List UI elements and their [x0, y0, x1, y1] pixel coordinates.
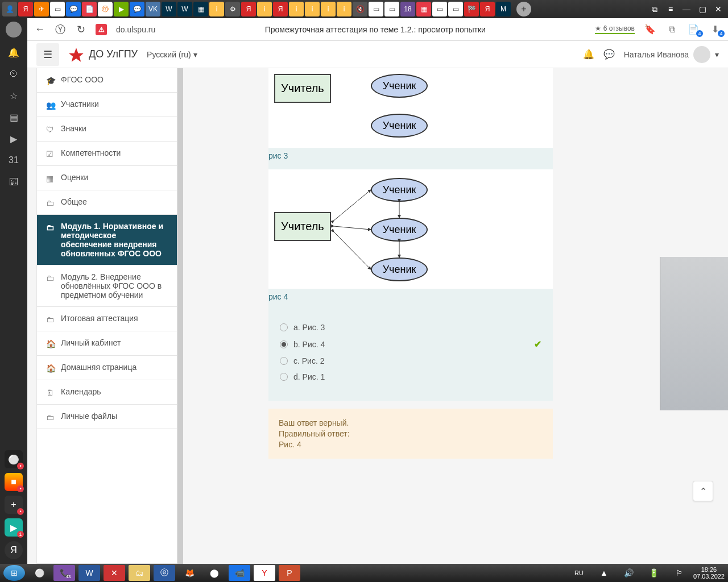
window-preview[interactable] [660, 257, 728, 410]
option-b[interactable]: b. Рис. 4✔ [280, 335, 541, 353]
reviews-badge[interactable]: ★ 6 отзывов [595, 24, 635, 34]
taskbar[interactable]: ⊞ ⚪ 📞43 W ✕ 🗂 ⓔ 🦊 ⬤ 📹 Y P RU ▲ 🔊 🔋 🏳 18:… [0, 564, 728, 582]
tab-icon[interactable]: M [496, 2, 511, 16]
new-tab-button[interactable]: + [516, 2, 531, 16]
app-icon[interactable]: ⚪• [5, 450, 23, 468]
sidebar-item-general[interactable]: 🗀Общее [37, 190, 177, 215]
taskbar-zoom[interactable]: 📹 [229, 565, 250, 581]
flag-icon[interactable]: 🏳 [668, 565, 690, 581]
user-menu[interactable]: Наталья Иванова ▾ [624, 46, 719, 63]
pdf-icon[interactable]: 📄 [687, 24, 700, 35]
app-icon[interactable]: ■• [5, 473, 23, 491]
clock-icon[interactable]: ⏲ [7, 67, 20, 81]
tab-icon[interactable]: ▦ [193, 2, 208, 16]
window-control[interactable]: ≡ [663, 5, 678, 14]
tab-icon[interactable]: VK [146, 2, 160, 16]
tray-icon[interactable]: ▲ [593, 565, 615, 581]
tab-icon[interactable]: 💬 [66, 2, 81, 16]
downloads-icon[interactable]: ⬇ [709, 24, 721, 35]
tab-icon[interactable]: ▭ [50, 2, 65, 16]
sidebar-item-grades[interactable]: ▦Оценки [37, 166, 177, 190]
translate-icon[interactable]: 🗟 [7, 175, 20, 189]
tab-icon[interactable]: ✈ [34, 2, 49, 16]
sidebar-item-files[interactable]: 🗀Личные файлы [37, 405, 177, 429]
extension-icon[interactable]: ⧉ [665, 24, 678, 35]
lang-indicator[interactable]: RU [568, 565, 590, 581]
sidebar-item-badges[interactable]: 🛡Значки [37, 117, 177, 142]
app-icon[interactable]: ▶1 [5, 518, 23, 537]
course-sidebar[interactable]: 🎓ФГОС ООО 👥Участники 🛡Значки ☑Компетентн… [36, 68, 177, 564]
tab-icon[interactable]: ▶ [114, 2, 129, 16]
tab-icon[interactable]: ▭ [448, 2, 463, 16]
option-c[interactable]: c. Рис. 2 [280, 353, 541, 369]
tab-icon[interactable]: 🔇 [353, 2, 367, 16]
taskbar-yandex[interactable]: ⚪ [28, 565, 50, 581]
tab-icon[interactable]: Я [241, 2, 256, 16]
tab-icon[interactable]: Я [18, 2, 33, 16]
window-control[interactable]: ⧉ [647, 5, 662, 14]
tab-icon[interactable]: ▭ [432, 2, 447, 16]
sidebar-toggle[interactable]: ☰ [36, 43, 59, 66]
tab-icon[interactable]: i [337, 2, 351, 16]
sidebar-item-competencies[interactable]: ☑Компетентности [37, 142, 177, 166]
taskbar-clock[interactable]: 18:26 07.03.2022 [693, 566, 725, 580]
sidebar-scrollbar[interactable] [177, 68, 183, 564]
language-selector[interactable]: Русский (ru) ▾ [147, 50, 197, 59]
tab-icon[interactable]: i [289, 2, 304, 16]
maximize-button[interactable]: ▢ [695, 5, 710, 14]
start-button[interactable]: ⊞ [3, 565, 25, 581]
taskbar-ybrowser[interactable]: Y [254, 565, 275, 581]
sidebar-item-calendar[interactable]: 🗓Календарь [37, 380, 177, 405]
browser-tab-strip[interactable]: 👤 Я ✈ ▭ 💬 📄 ⓜ ▶ 💬 VK W W ▦ i ⚙ Я i Я i i… [0, 0, 728, 18]
taskbar-powerpoint[interactable]: P [279, 565, 300, 581]
volume-icon[interactable]: 🔊 [618, 565, 640, 581]
bookmark-icon[interactable]: 🔖 [644, 24, 656, 35]
taskbar-app[interactable]: ✕ [104, 565, 125, 581]
tab-icon[interactable]: i [321, 2, 336, 16]
url-text[interactable]: do.ulspu.ru [116, 25, 155, 34]
option-d[interactable]: d. Рис. 1 [280, 369, 541, 385]
scroll-top-button[interactable]: ⌃ [693, 481, 713, 501]
tab-icon[interactable]: 🏁 [464, 2, 479, 16]
tab-icon[interactable]: 18 [400, 2, 415, 16]
taskbar-word[interactable]: W [78, 565, 100, 581]
yandex-icon[interactable]: Ⓨ [55, 23, 66, 36]
sidebar-item-home[interactable]: 🏠Домашняя страница [37, 356, 177, 380]
app-add-icon[interactable]: +• [5, 496, 23, 514]
app-yandex-icon[interactable]: Я [5, 541, 23, 559]
battery-icon[interactable]: 🔋 [643, 565, 665, 581]
sidebar-item-module1[interactable]: 🗀Модуль 1. Нормативное и методическое об… [37, 215, 177, 265]
tab-icon[interactable]: i [305, 2, 320, 16]
back-button[interactable]: ← [34, 23, 46, 35]
tab-icon[interactable]: i [209, 2, 224, 16]
taskbar-firefox[interactable]: 🦊 [179, 565, 200, 581]
tab-icon[interactable]: 📄 [82, 2, 97, 16]
sidebar-item-module2[interactable]: 🗀Модуль 2. Внедрение обновлённых ФГОС ОО… [37, 265, 177, 307]
notification-icon[interactable]: 🔔 [583, 49, 594, 60]
minimize-button[interactable]: — [679, 5, 694, 14]
bell-icon[interactable]: 🔔 [7, 45, 20, 59]
taskbar-ie[interactable]: ⓔ [154, 565, 175, 581]
tab-icon[interactable]: ▦ [416, 2, 431, 16]
sidebar-item-final[interactable]: 🗀Итоговая аттестация [37, 307, 177, 331]
close-button[interactable]: ✕ [711, 5, 726, 14]
taskbar-chrome[interactable]: ⬤ [204, 565, 225, 581]
os-avatar[interactable] [6, 22, 22, 38]
security-warning-icon[interactable]: ⚠ [96, 24, 107, 35]
tab-avatar[interactable]: 👤 [2, 2, 17, 16]
tab-icon[interactable]: 💬 [130, 2, 144, 16]
tab-icon[interactable]: Я [480, 2, 495, 16]
tab-icon[interactable]: ▭ [384, 2, 399, 16]
site-logo[interactable]: ДО УлГПУ [68, 47, 138, 63]
option-a[interactable]: a. Рис. 3 [280, 319, 541, 335]
sidebar-item-dashboard[interactable]: 🏠Личный кабинет [37, 331, 177, 356]
tab-icon[interactable]: W [162, 2, 176, 16]
tab-icon[interactable]: Я [273, 2, 288, 16]
tab-icon[interactable]: ▭ [369, 2, 383, 16]
tab-icon[interactable]: i [257, 2, 272, 16]
list-icon[interactable]: ▤ [7, 110, 20, 124]
tab-icon[interactable]: W [177, 2, 192, 16]
sidebar-item-participants[interactable]: 👥Участники [37, 93, 177, 117]
tab-active[interactable]: ⓜ [98, 2, 113, 16]
reload-button[interactable]: ↻ [75, 23, 86, 36]
